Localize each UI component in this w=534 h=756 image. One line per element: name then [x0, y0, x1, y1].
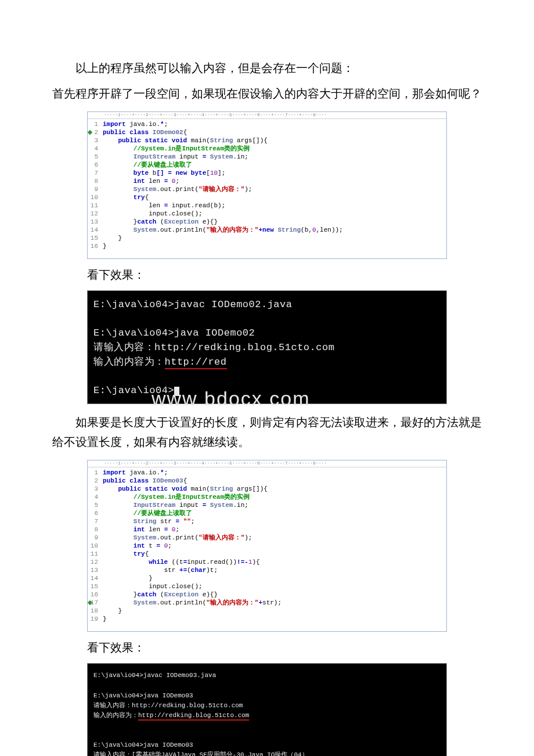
code-line: 3 public static void main(String args[])… [88, 485, 446, 493]
code-line: 5 InputStream input = System.in; [88, 501, 446, 509]
terminal-line [93, 312, 441, 327]
code-line: 2public class IODemo02{ [88, 128, 446, 136]
line-number: 12 [88, 558, 103, 566]
line-number: 18 [88, 607, 103, 615]
code-line: 8 int len = 0; [88, 177, 446, 185]
code-line: 4 //System.in是InputStream类的实例 [88, 145, 446, 153]
line-number: 7 [88, 169, 103, 177]
code-line: 17 System.out.println("输入的内容为："+str); [88, 599, 446, 607]
code-block-1: ·····1····+····2····+····3····+····4····… [87, 111, 447, 259]
terminal-line: 请输入内容：[零基础学JAVA]Java SE应用部分-30.Java IO操作… [93, 750, 441, 756]
code-content: } [103, 574, 446, 582]
code-line: 9 System.out.print("请输入内容："); [88, 185, 446, 193]
code-line: 7 String str = ""; [88, 517, 446, 525]
terminal-2: E:\java\io04>javac IODemo03.java E:\java… [87, 663, 447, 756]
code-line: 13 }catch (Exception e){} [88, 218, 446, 226]
line-number: 13 [88, 566, 103, 574]
line-number: 12 [88, 210, 103, 218]
code-content: }catch (Exception e){} [103, 591, 446, 599]
code-line: 19} [88, 615, 446, 623]
code-content: try{ [103, 550, 446, 558]
code-content: InputStream input = System.in; [103, 153, 446, 161]
code-content: } [103, 234, 446, 242]
code-body-2: 1import java.io.*;2public class IODemo03… [88, 467, 446, 631]
code-line: 15 } [88, 234, 446, 242]
line-number: 6 [88, 161, 103, 169]
code-content: import java.io.*; [103, 120, 446, 128]
line-number: 14 [88, 574, 103, 582]
line-number: 2 [88, 477, 103, 485]
code-line: 4 //System.in是InputStream类的实例 [88, 493, 446, 501]
line-number: 11 [88, 201, 103, 210]
terminal-line: E:\java\io04>javac IODemo03.java [93, 671, 441, 681]
code-content: try{ [103, 193, 446, 201]
code-line: 1import java.io.*; [88, 469, 446, 477]
terminal-line: E:\java\io04> [93, 384, 441, 398]
line-number: 4 [88, 145, 103, 153]
line-number: 8 [88, 525, 103, 534]
code-content: input.close(); [103, 582, 446, 591]
terminal-line: 输入的内容为：http://red [93, 355, 441, 370]
code-content: } [103, 615, 446, 623]
cursor-icon [174, 387, 179, 396]
code-content: } [103, 607, 446, 615]
line-number: 5 [88, 153, 103, 161]
code-line: 12 while ((t=input.read())!=-1){ [88, 558, 446, 566]
line-number: 3 [88, 485, 103, 493]
code-line: 2public class IODemo03{ [88, 477, 446, 485]
line-number: 6 [88, 509, 103, 517]
code-line: 6 //要从键盘上读取了 [88, 509, 446, 517]
line-number: 10 [88, 542, 103, 550]
line-number: 1 [88, 120, 103, 128]
terminal-line: 输入的内容为：http://redking.blog.51cto.com [93, 711, 441, 721]
code-line: 8 int len = 0; [88, 525, 446, 534]
terminal-line: E:\java\io04>java IODemo03 [93, 691, 441, 701]
code-line: 18 } [88, 607, 446, 615]
line-number: 13 [88, 218, 103, 226]
code-line: 5 InputStream input = System.in; [88, 153, 446, 161]
line-number: 15 [88, 582, 103, 591]
terminal-line: E:\java\io04>java IODemo03 [93, 740, 441, 750]
code-content: input.close(); [103, 210, 446, 218]
label-see-result-1: 看下效果： [87, 265, 482, 285]
terminal-line: 请输入内容：http://redking.blog.51cto.com [93, 701, 441, 711]
code-content: String str = ""; [103, 517, 446, 525]
terminal-line: E:\java\io04>java IODemo02 [93, 326, 441, 341]
code-line: 15 input.close(); [88, 582, 446, 591]
code-content: //System.in是InputStream类的实例 [103, 493, 446, 501]
line-number: 19 [88, 615, 103, 623]
line-number: 7 [88, 517, 103, 525]
line-number: 14 [88, 226, 103, 234]
code-line: 10 int t = 0; [88, 542, 446, 550]
code-line: 11 try{ [88, 550, 446, 558]
code-content: System.out.print("请输入内容："); [103, 534, 446, 542]
terminal-line [93, 730, 441, 740]
code-content: System.out.println("输入的内容为："+new String(… [103, 226, 446, 234]
code-ruler: ·····1····+····2····+····3····+····4····… [88, 112, 446, 119]
code-line: 12 input.close(); [88, 210, 446, 218]
line-number: 8 [88, 177, 103, 185]
paragraph-1: 以上的程序虽然可以输入内容，但是会存在一个问题： [52, 58, 482, 78]
line-number: 10 [88, 193, 103, 201]
line-number: 9 [88, 185, 103, 193]
code-block-2: ·····1····+····2····+····3····+····4····… [87, 460, 447, 632]
line-number: 11 [88, 550, 103, 558]
code-content: public static void main(String args[]){ [103, 136, 446, 145]
code-content: public static void main(String args[]){ [103, 485, 446, 493]
code-content: int len = 0; [103, 525, 446, 534]
code-body-1: 1import java.io.*;2public class IODemo02… [88, 119, 446, 258]
code-content: import java.io.*; [103, 469, 446, 477]
code-line: 3 public static void main(String args[])… [88, 136, 446, 145]
line-number: 16 [88, 242, 103, 250]
code-content: } [103, 242, 446, 250]
code-content: str +=(char)t; [103, 566, 446, 574]
terminal-line [93, 369, 441, 384]
code-line: 9 System.out.print("请输入内容："); [88, 534, 446, 542]
code-line: 1import java.io.*; [88, 120, 446, 128]
code-line: 6 //要从键盘上读取了 [88, 161, 446, 169]
code-line: 16 }catch (Exception e){} [88, 591, 446, 599]
code-content: while ((t=input.read())!=-1){ [103, 558, 446, 566]
code-line: 10 try{ [88, 193, 446, 201]
code-content: //System.in是InputStream类的实例 [103, 145, 446, 153]
code-content: //要从键盘上读取了 [103, 161, 446, 169]
